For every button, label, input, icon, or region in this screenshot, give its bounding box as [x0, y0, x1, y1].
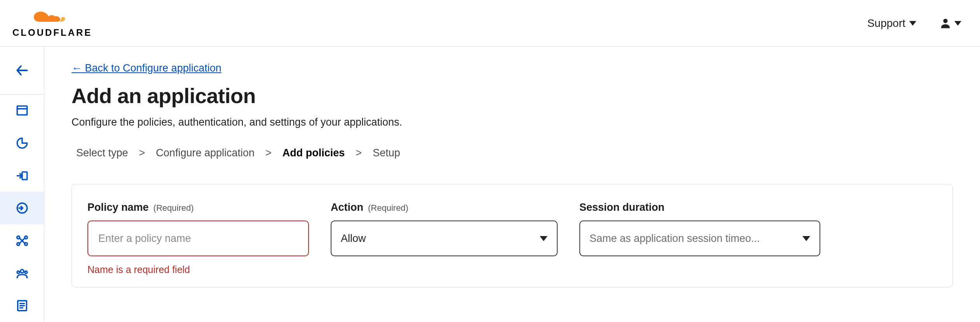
- session-label: Session duration: [579, 201, 664, 214]
- page-title: Add an application: [71, 84, 953, 108]
- sidebar-item-team[interactable]: [0, 257, 44, 290]
- support-dropdown[interactable]: Support: [867, 17, 916, 30]
- action-label: Action: [331, 201, 363, 214]
- support-label: Support: [867, 17, 905, 30]
- session-select-value: Same as application session timeo...: [589, 233, 760, 245]
- header-right: Support: [867, 17, 961, 30]
- action-select[interactable]: Allow: [331, 220, 558, 256]
- svg-point-9: [20, 270, 24, 273]
- breadcrumb-step-setup[interactable]: Setup: [373, 147, 400, 159]
- users-icon: [16, 267, 29, 280]
- policy-card: Policy name (Required) Name is a require…: [71, 184, 953, 287]
- access-icon: [16, 201, 29, 215]
- field-policy-name: Policy name (Required) Name is a require…: [87, 201, 309, 275]
- breadcrumb-sep: >: [356, 147, 362, 159]
- sidebar-item-overview[interactable]: [0, 94, 44, 127]
- brand-name: CLOUDFLARE: [12, 27, 92, 38]
- main-content: ← Back to Configure application Add an a…: [44, 47, 980, 322]
- chevron-down-icon: [954, 21, 961, 26]
- policy-name-input[interactable]: [87, 220, 309, 256]
- window-icon: [16, 104, 29, 117]
- sidebar-item-analytics[interactable]: [0, 127, 44, 159]
- pie-chart-icon: [16, 136, 29, 150]
- breadcrumb-sep: >: [139, 147, 145, 159]
- svg-point-11: [24, 271, 27, 273]
- sidebar-back-button[interactable]: [0, 47, 44, 94]
- breadcrumb-step-configure[interactable]: Configure application: [156, 147, 255, 159]
- sidebar-item-logs[interactable]: [0, 289, 44, 322]
- sidebar-item-gateway[interactable]: [0, 159, 44, 192]
- sidebar: [0, 47, 44, 322]
- svg-rect-3: [22, 172, 27, 180]
- policy-name-error: Name is a required field: [87, 264, 309, 275]
- field-action: Action (Required) Allow: [331, 201, 558, 275]
- arrow-left-icon: [15, 63, 30, 78]
- network-icon: [16, 234, 29, 247]
- breadcrumb-step-select-type[interactable]: Select type: [76, 147, 128, 159]
- field-session-duration: Session duration Same as application ses…: [579, 201, 820, 275]
- session-duration-select[interactable]: Same as application session timeo...: [579, 220, 820, 256]
- sidebar-item-tunnels[interactable]: [0, 224, 44, 257]
- header-bar: CLOUDFLARE Support: [0, 0, 980, 47]
- user-icon: [940, 18, 951, 29]
- chevron-down-icon: [540, 236, 548, 241]
- back-to-configure-link[interactable]: ← Back to Configure application: [71, 62, 221, 74]
- action-hint: (Required): [368, 203, 408, 213]
- list-icon: [16, 299, 29, 312]
- chevron-down-icon: [909, 21, 916, 26]
- wizard-breadcrumb: Select type > Configure application > Ad…: [71, 147, 953, 159]
- action-select-value: Allow: [341, 233, 366, 245]
- breadcrumb-sep: >: [265, 147, 272, 159]
- page-subtitle: Configure the policies, authentication, …: [71, 116, 953, 128]
- gateway-icon: [16, 169, 29, 182]
- sidebar-item-access[interactable]: [0, 192, 44, 224]
- policy-name-label: Policy name: [87, 201, 149, 214]
- svg-point-10: [17, 271, 19, 273]
- policy-name-hint: (Required): [153, 203, 194, 213]
- user-menu[interactable]: [940, 18, 961, 29]
- chevron-down-icon: [802, 236, 810, 241]
- svg-rect-1: [17, 106, 27, 115]
- svg-point-0: [943, 19, 947, 23]
- cloudflare-logo[interactable]: CLOUDFLARE: [12, 9, 92, 38]
- breadcrumb-step-add-policies[interactable]: Add policies: [282, 147, 345, 159]
- cloudflare-logo-icon: [29, 9, 76, 26]
